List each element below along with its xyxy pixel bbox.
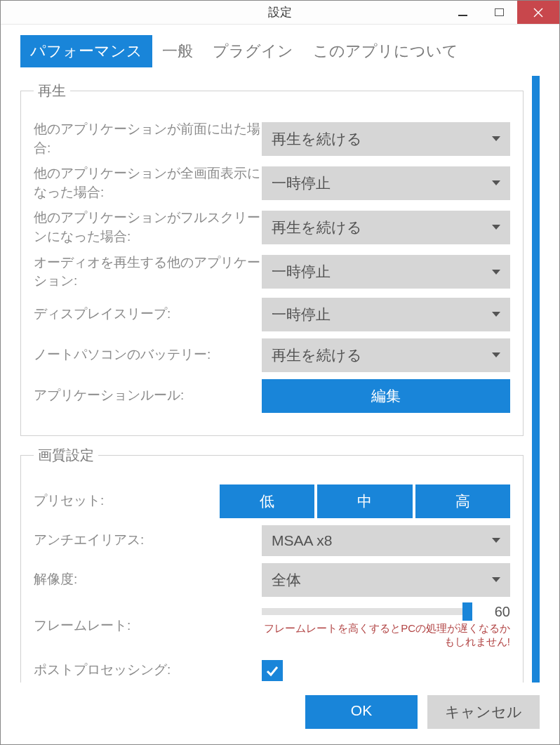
close-button[interactable]	[517, 1, 559, 24]
dropdown-value: MSAA x8	[272, 532, 332, 549]
label-antialias: アンチエイリアス:	[34, 531, 262, 550]
preset-high-button[interactable]: 高	[415, 484, 510, 518]
row-postprocessing: ポストプロセッシング:	[34, 656, 510, 683]
chevron-down-icon	[492, 225, 500, 230]
label-app-rules: アプリケーションルール:	[34, 386, 262, 405]
dropdown-laptop-battery[interactable]: 再生を続ける	[262, 338, 510, 372]
row-preset: プリセット: 低 中 高	[34, 484, 510, 518]
label-resolution: 解像度:	[34, 570, 262, 589]
quality-group: 画質設定 プリセット: 低 中 高 アンチエイリアス: MSAA x8 解像度:	[20, 446, 524, 683]
tab-bar: パフォーマンス 一般 プラグイン このアプリについて	[1, 25, 559, 67]
dropdown-other-app-maximized[interactable]: 一時停止	[262, 166, 510, 200]
checkbox-postprocessing[interactable]	[262, 660, 283, 681]
row-other-app-fullscreen: 他のアプリケーションがフルスクリーンになった場合: 再生を続ける	[34, 209, 510, 246]
dropdown-other-app-foreground[interactable]: 再生を続ける	[262, 122, 510, 156]
playback-group: 再生 他のアプリケーションが前面に出た場合: 再生を続ける 他のアプリケーション…	[20, 81, 524, 436]
check-icon	[265, 664, 279, 678]
label-framerate: フレームレート:	[34, 617, 262, 635]
chevron-down-icon	[492, 136, 500, 141]
chevron-down-icon	[492, 312, 500, 317]
label-other-app-foreground: 他のアプリケーションが前面に出た場合:	[34, 120, 262, 157]
row-resolution: 解像度: 全体	[34, 563, 510, 597]
close-icon	[533, 8, 543, 18]
titlebar: 設定	[1, 1, 559, 25]
row-app-rules: アプリケーションルール: 編集	[34, 379, 510, 413]
dropdown-value: 再生を続ける	[272, 129, 362, 149]
slider-thumb[interactable]	[462, 602, 472, 621]
dropdown-value: 全体	[272, 570, 301, 590]
dropdown-value: 一時停止	[272, 173, 331, 193]
dropdown-audio-other-app[interactable]: 一時停止	[262, 255, 510, 289]
tab-performance[interactable]: パフォーマンス	[20, 35, 152, 67]
label-laptop-battery: ノートパソコンのバッテリー:	[34, 345, 262, 364]
playback-legend: 再生	[34, 81, 70, 100]
chevron-down-icon	[492, 270, 500, 275]
chevron-down-icon	[492, 352, 500, 357]
row-antialias: アンチエイリアス: MSAA x8	[34, 525, 510, 556]
window-controls	[444, 1, 559, 24]
label-other-app-maximized: 他のアプリケーションが全画面表示になった場合:	[34, 164, 262, 202]
row-audio-other-app: オーディオを再生する他のアプリケーション: 一時停止	[34, 253, 510, 291]
content-area: 再生 他のアプリケーションが前面に出た場合: 再生を続ける 他のアプリケーション…	[20, 76, 540, 683]
minimize-button[interactable]	[444, 1, 481, 24]
dropdown-value: 一時停止	[272, 262, 331, 282]
row-laptop-battery: ノートパソコンのバッテリー: 再生を続ける	[34, 338, 510, 372]
edit-app-rules-button[interactable]: 編集	[262, 379, 510, 413]
preset-segmented: 低 中 高	[220, 484, 510, 518]
row-other-app-maximized: 他のアプリケーションが全画面表示になった場合: 一時停止	[34, 164, 510, 202]
dropdown-display-sleep[interactable]: 一時停止	[262, 298, 510, 331]
dropdown-other-app-fullscreen[interactable]: 再生を続ける	[262, 211, 510, 244]
framerate-value: 60	[482, 604, 510, 620]
framerate-warning: フレームレートを高くするとPCの処理が遅くなるかもしれません!	[262, 621, 510, 649]
minimize-icon	[458, 15, 467, 16]
dropdown-value: 再生を続ける	[272, 218, 362, 237]
preset-mid-button[interactable]: 中	[317, 484, 412, 518]
row-framerate: フレームレート: 60 フレームレートを高くするとPCの処理が遅くなるかもしれま…	[34, 604, 510, 649]
chevron-down-icon	[492, 180, 500, 185]
maximize-icon	[495, 8, 504, 16]
label-preset: プリセット:	[34, 492, 220, 510]
framerate-slider[interactable]	[262, 608, 472, 615]
preset-low-button[interactable]: 低	[220, 484, 314, 518]
tab-about[interactable]: このアプリについて	[303, 35, 468, 67]
dropdown-resolution[interactable]: 全体	[262, 563, 510, 597]
dropdown-value: 再生を続ける	[272, 345, 362, 365]
label-audio-other-app: オーディオを再生する他のアプリケーション:	[34, 253, 262, 291]
row-other-app-foreground: 他のアプリケーションが前面に出た場合: 再生を続ける	[34, 120, 510, 157]
dialog-footer: OK キャンセル	[1, 683, 559, 744]
framerate-slider-row: 60	[262, 604, 510, 620]
label-other-app-fullscreen: 他のアプリケーションがフルスクリーンになった場合:	[34, 209, 262, 246]
chevron-down-icon	[492, 577, 500, 582]
tab-plugins[interactable]: プラグイン	[203, 35, 303, 67]
dropdown-value: 一時停止	[272, 305, 331, 324]
label-postprocessing: ポストプロセッシング:	[34, 661, 262, 680]
quality-legend: 画質設定	[34, 446, 98, 465]
chevron-down-icon	[492, 538, 500, 543]
ok-button[interactable]: OK	[305, 695, 418, 729]
label-display-sleep: ディスプレイスリープ:	[34, 305, 262, 324]
row-display-sleep: ディスプレイスリープ: 一時停止	[34, 298, 510, 331]
cancel-button[interactable]: キャンセル	[427, 695, 540, 729]
dropdown-antialias[interactable]: MSAA x8	[262, 525, 510, 556]
tab-general[interactable]: 一般	[152, 35, 203, 67]
maximize-button[interactable]	[481, 1, 517, 24]
